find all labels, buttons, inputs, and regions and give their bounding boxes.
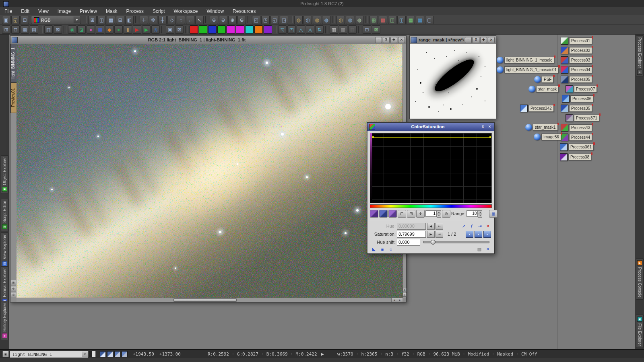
toolbar-icon[interactable]: [248, 16, 250, 23]
sidebar-tab-script-editor[interactable]: Script Editor ▤: [1, 199, 8, 231]
green-swatch[interactable]: [199, 25, 207, 34]
saturation-nav-button[interactable]: ▶: [427, 231, 435, 238]
sidebar-tab-history-explorer[interactable]: History Explorer ●: [1, 301, 8, 340]
slider-thumb[interactable]: [431, 240, 436, 245]
shade-button[interactable]: ⊼: [480, 124, 486, 130]
process-label[interactable]: Process06: [570, 95, 593, 102]
hue-nav-button[interactable]: ⇤: [436, 223, 443, 230]
toolbar-icon[interactable]: ◹: [278, 25, 287, 34]
toolbar-icon[interactable]: ◧: [125, 16, 134, 24]
cursor-icon[interactable]: ↖: [195, 16, 204, 24]
menu-item[interactable]: Preview: [75, 8, 101, 15]
toolbar-icon[interactable]: ◍: [313, 16, 321, 24]
toolbar-icon[interactable]: ⊡: [363, 25, 371, 34]
hue-shift-slider[interactable]: [423, 241, 489, 243]
toolbar-icon[interactable]: [135, 16, 138, 23]
statusbar-window-icon[interactable]: ▣: [2, 351, 9, 357]
process-icon-item[interactable]: Process03: [561, 56, 592, 64]
spin-down-icon[interactable]: ▼: [437, 214, 441, 218]
store-curve-icon[interactable]: ⇥: [477, 223, 483, 229]
process-label[interactable]: Process02: [569, 47, 592, 54]
image-tab-preview01[interactable]: Preview01: [10, 82, 17, 113]
process-icon-item[interactable]: Process06: [562, 95, 593, 103]
crosshair-icon[interactable]: ✛: [416, 210, 425, 218]
open-image-icon[interactable]: ◱: [11, 16, 20, 24]
function-icon[interactable]: ƒ: [469, 223, 475, 229]
toolbar-icon[interactable]: ◍: [322, 16, 330, 24]
menu-item[interactable]: View: [34, 8, 53, 15]
process-label[interactable]: Process04: [569, 66, 592, 73]
process-label[interactable]: Process05: [569, 76, 592, 83]
toolbar-icon[interactable]: [274, 26, 277, 33]
toolbar-icon[interactable]: ↔: [186, 16, 194, 24]
process-label[interactable]: Process07: [574, 86, 597, 93]
curve-point[interactable]: [372, 136, 374, 138]
screen-icon[interactable]: ⊡: [21, 16, 29, 24]
menu-item[interactable]: Edit: [17, 8, 34, 15]
toolbar-icon[interactable]: [358, 26, 361, 33]
toolbar-icon[interactable]: ✛: [140, 16, 148, 24]
zoom-in-icon[interactable]: ⊕: [210, 16, 218, 24]
image-window[interactable]: RGB 2:1 light_BINNING_1 | light-BINNING_…: [10, 35, 407, 302]
toolbar-icon[interactable]: ◳: [261, 16, 270, 24]
toolbar-icon[interactable]: [64, 26, 66, 33]
view-tool-icon[interactable]: ✛: [11, 286, 16, 291]
toolbar-icon[interactable]: ▦: [416, 16, 424, 24]
apply-global-icon[interactable]: ○: [388, 246, 394, 252]
process-label[interactable]: Process38: [568, 154, 591, 160]
process-icon-item[interactable]: Process44: [561, 134, 592, 141]
rail-tool-icon[interactable]: ✛: [402, 293, 407, 297]
hue-input[interactable]: [397, 223, 426, 230]
process-icon-item[interactable]: Image56: [534, 134, 561, 140]
menu-item[interactable]: Workspace: [169, 8, 202, 15]
sidebar-tab-object-explorer[interactable]: Object Explorer ▣: [1, 155, 8, 194]
grid-snap-icon[interactable]: ⊞: [407, 210, 415, 218]
toolbar-icon[interactable]: ⊟: [11, 25, 20, 34]
maximize-button[interactable]: ✚: [390, 37, 397, 43]
spin-up-icon[interactable]: ▲: [478, 210, 482, 214]
rail-tool-icon[interactable]: ⊞: [402, 288, 407, 292]
horizontal-scrollbar[interactable]: ◂ ▸: [17, 298, 402, 302]
readout-mode-icon[interactable]: [122, 351, 128, 357]
toolbar-icon[interactable]: [185, 26, 188, 33]
delete-point-icon[interactable]: ✕: [485, 223, 491, 229]
spin-down-icon[interactable]: ▼: [478, 214, 482, 218]
process-icon-item[interactable]: Process43: [561, 124, 592, 132]
toolbar-icon[interactable]: ⊕: [228, 16, 237, 24]
red-swatch[interactable]: [190, 25, 198, 34]
toolbar-icon[interactable]: ◲: [280, 16, 288, 24]
readout-mode-icon[interactable]: [107, 351, 113, 357]
toolbar-icon[interactable]: [325, 26, 328, 33]
process-icon-item[interactable]: Process35: [561, 105, 592, 112]
process-icon-item[interactable]: Process02: [561, 47, 592, 54]
toolbar-icon[interactable]: ◰: [252, 16, 260, 24]
toolbar-icon[interactable]: ▶: [133, 25, 141, 34]
dropdown-arrow-icon[interactable]: ▼: [82, 352, 88, 357]
toolbar-icon[interactable]: ↕: [177, 16, 185, 24]
view-tool-icon[interactable]: ⊞: [11, 280, 16, 285]
toolbar-icon[interactable]: ▦: [21, 25, 29, 34]
process-icon-item[interactable]: light_BINNING_1_mosaic01: [497, 66, 559, 73]
menu-item[interactable]: Mask: [101, 8, 122, 15]
track-mode-icon[interactable]: ▲: [483, 231, 491, 238]
track-mode-icon[interactable]: ▲: [475, 231, 482, 238]
toolbar-icon[interactable]: ▥: [44, 25, 53, 34]
toolbar-icon[interactable]: ▮: [124, 25, 132, 34]
toolbar-icon[interactable]: ▦: [107, 16, 115, 24]
toolbar-icon[interactable]: ◬: [306, 25, 314, 34]
track-view-icon[interactable]: ↗: [460, 223, 467, 229]
dialog-titlebar[interactable]: ColorSaturation ⊼ ✕: [367, 123, 494, 131]
process-icon-item[interactable]: Process01: [561, 37, 592, 45]
menu-item[interactable]: Script: [148, 8, 169, 15]
shade-button[interactable]: ⊼: [383, 37, 390, 43]
process-icon-item[interactable]: Process371: [566, 114, 599, 122]
maximize-button[interactable]: ✚: [480, 37, 487, 43]
saturation-nav-button[interactable]: ⇥: [436, 231, 443, 238]
toolbar-icon[interactable]: ◇: [167, 16, 176, 24]
process-label[interactable]: Process35: [569, 105, 592, 112]
fit-view-icon[interactable]: ⊡: [398, 210, 406, 218]
toolbar-icon[interactable]: ⊠: [175, 25, 184, 34]
toolbar-icon[interactable]: ┼: [158, 16, 167, 24]
toolbar-icon[interactable]: [290, 16, 293, 23]
dropdown-arrow-icon[interactable]: ▼: [74, 16, 80, 23]
